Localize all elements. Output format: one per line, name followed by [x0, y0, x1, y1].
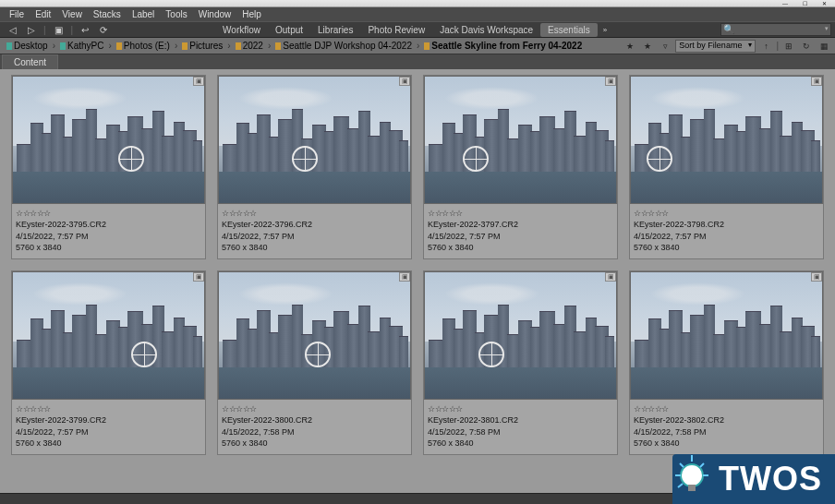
menu-stacks[interactable]: Stacks — [88, 7, 127, 21]
refresh-button[interactable]: ⟳ — [95, 23, 112, 37]
menu-file[interactable]: File — [4, 7, 30, 21]
folder-icon — [182, 42, 188, 50]
search-input[interactable]: 🔍 ▾ — [720, 23, 831, 36]
breadcrumb-separator-icon: › — [268, 41, 271, 51]
thumbnail-image[interactable]: ▣ — [630, 271, 823, 400]
thumbnail-card[interactable]: ▣☆☆☆☆☆KEyster-2022-3797.CR24/15/2022, 7:… — [423, 75, 618, 259]
svg-line-6 — [700, 463, 704, 467]
sort-direction-button[interactable]: ↑ — [758, 40, 773, 53]
thumbnail-filename: KEyster-2022-3801.CR2 — [428, 414, 613, 426]
thumbnail-image[interactable]: ▣ — [12, 76, 205, 204]
nav-forward-button[interactable]: ▷ — [23, 23, 40, 37]
thumbnail-datetime: 4/15/2022, 7:58 PM — [428, 426, 613, 438]
workspace-tab-jack-davis-workspace[interactable]: Jack Davis Workspace — [432, 23, 540, 37]
thumbnail-datetime: 4/15/2022, 7:57 PM — [634, 231, 819, 242]
rating-stars[interactable]: ☆☆☆☆☆ — [222, 208, 407, 219]
thumbnail-metadata: ☆☆☆☆☆KEyster-2022-3796.CR24/15/2022, 7:5… — [218, 204, 411, 258]
sort-by-select[interactable]: Sort by Filename — [675, 40, 756, 53]
thumbnail-grid-panel[interactable]: ▣☆☆☆☆☆KEyster-2022-3795.CR24/15/2022, 7:… — [0, 69, 835, 493]
pc-icon — [60, 42, 66, 50]
menu-view[interactable]: View — [56, 7, 88, 21]
thumbnail-card[interactable]: ▣☆☆☆☆☆KEyster-2022-3798.CR24/15/2022, 7:… — [629, 75, 824, 259]
workspace-tab-essentials[interactable]: Essentials — [540, 23, 598, 37]
thumbnail-image[interactable]: ▣ — [630, 76, 823, 204]
workspace-tab-output[interactable]: Output — [268, 23, 310, 37]
file-badge-icon: ▣ — [811, 272, 822, 282]
window-minimize-button[interactable]: — — [776, 1, 794, 6]
thumbnail-card[interactable]: ▣☆☆☆☆☆KEyster-2022-3795.CR24/15/2022, 7:… — [11, 75, 206, 259]
file-badge-icon: ▣ — [193, 272, 204, 282]
rating-stars[interactable]: ☆☆☆☆☆ — [222, 403, 407, 414]
thumbnail-image[interactable]: ▣ — [218, 271, 411, 400]
menu-window[interactable]: Window — [193, 7, 237, 21]
window-close-button[interactable]: ✕ — [815, 1, 833, 6]
breadcrumb-label: Photos (E:) — [124, 41, 170, 51]
breadcrumb-item[interactable]: Seattle DJP Workshop 04-2022 — [272, 41, 415, 51]
new-folder-button[interactable]: ⊞ — [781, 40, 796, 53]
breadcrumb-item[interactable]: 2022 — [233, 41, 266, 51]
menu-label[interactable]: Label — [127, 7, 160, 21]
thumbnail-dimensions: 5760 x 3840 — [222, 242, 407, 253]
filter-rating-2-button[interactable]: ★ — [640, 40, 655, 53]
thumbnail-dimensions: 5760 x 3840 — [16, 242, 201, 253]
thumbnail-metadata: ☆☆☆☆☆KEyster-2022-3797.CR24/15/2022, 7:5… — [424, 204, 617, 258]
boomerang-button[interactable]: ↩ — [77, 23, 93, 37]
thumbnail-metadata: ☆☆☆☆☆KEyster-2022-3798.CR24/15/2022, 7:5… — [630, 204, 823, 258]
svg-line-7 — [678, 484, 683, 487]
file-badge-icon: ▣ — [399, 77, 410, 86]
thumbnail-image[interactable]: ▣ — [12, 271, 205, 400]
main-toolbar: ◁ ▷ | ▣ | ↩ ⟳ WorkflowOutputLibrariesPho… — [0, 21, 835, 38]
toolbar-separator: | — [43, 25, 46, 35]
thumbnail-metadata: ☆☆☆☆☆KEyster-2022-3800.CR24/15/2022, 7:5… — [218, 400, 411, 454]
thumbnail-card[interactable]: ▣☆☆☆☆☆KEyster-2022-3802.CR24/15/2022, 7:… — [629, 270, 824, 455]
breadcrumb-item[interactable]: Photos (E:) — [114, 41, 173, 51]
desktop-icon — [6, 42, 12, 50]
breadcrumb-item[interactable]: KathyPC — [57, 41, 106, 51]
thumbnail-dimensions: 5760 x 3840 — [428, 438, 613, 449]
watermark-overlay: TWOS — [672, 454, 835, 504]
menu-edit[interactable]: Edit — [30, 7, 56, 21]
watermark-text: TWOS — [719, 460, 822, 498]
thumbnail-card[interactable]: ▣☆☆☆☆☆KEyster-2022-3801.CR24/15/2022, 7:… — [423, 270, 618, 455]
workspace-more-button[interactable]: » — [599, 24, 611, 36]
search-dropdown-icon[interactable]: ▾ — [825, 25, 829, 32]
thumbnail-card[interactable]: ▣☆☆☆☆☆KEyster-2022-3800.CR24/15/2022, 7:… — [217, 270, 412, 455]
thumbnail-image[interactable]: ▣ — [424, 76, 617, 204]
breadcrumb-item[interactable]: Desktop — [4, 41, 51, 51]
filter-dropdown-button[interactable]: ▿ — [658, 40, 672, 53]
rating-stars[interactable]: ☆☆☆☆☆ — [16, 208, 201, 219]
window-maximize-button[interactable]: ☐ — [795, 1, 814, 6]
panel-tab-strip: Content — [0, 54, 835, 69]
thumbnail-dimensions: 5760 x 3840 — [634, 438, 819, 449]
menu-tools[interactable]: Tools — [160, 7, 192, 21]
breadcrumb-item[interactable]: Seattle Skyline from Ferry 04-2022 — [421, 41, 585, 51]
workspace-tab-photo-review[interactable]: Photo Review — [360, 23, 432, 37]
reveal-button[interactable]: ▣ — [50, 23, 67, 37]
rating-stars[interactable]: ☆☆☆☆☆ — [634, 208, 819, 219]
workspace-tab-workflow[interactable]: Workflow — [215, 23, 268, 37]
thumbnail-datetime: 4/15/2022, 7:57 PM — [16, 426, 201, 438]
menu-help[interactable]: Help — [236, 7, 267, 21]
thumbnail-image[interactable]: ▣ — [218, 76, 411, 204]
thumbnail-card[interactable]: ▣☆☆☆☆☆KEyster-2022-3796.CR24/15/2022, 7:… — [217, 75, 412, 259]
thumbnail-datetime: 4/15/2022, 7:57 PM — [428, 231, 613, 242]
path-bar: Desktop›KathyPC›Photos (E:)›Pictures›202… — [0, 38, 835, 54]
thumbnail-card[interactable]: ▣☆☆☆☆☆KEyster-2022-3799.CR24/15/2022, 7:… — [11, 270, 206, 455]
tab-content[interactable]: Content — [2, 54, 58, 69]
thumbnail-grid-button[interactable]: ▦ — [817, 40, 831, 53]
breadcrumb-item[interactable]: Pictures — [179, 41, 225, 51]
breadcrumb-label: Seattle Skyline from Ferry 04-2022 — [431, 41, 582, 51]
thumbnail-filename: KEyster-2022-3799.CR2 — [16, 414, 201, 426]
rating-stars[interactable]: ☆☆☆☆☆ — [428, 403, 613, 414]
filter-rating-button[interactable]: ★ — [623, 40, 637, 53]
open-recent-button[interactable]: ↻ — [799, 40, 814, 53]
rating-stars[interactable]: ☆☆☆☆☆ — [428, 208, 613, 219]
nav-back-button[interactable]: ◁ — [5, 23, 21, 37]
thumbnail-image[interactable]: ▣ — [424, 271, 617, 400]
workspace-tab-libraries[interactable]: Libraries — [310, 23, 360, 37]
svg-line-5 — [680, 463, 684, 467]
folder-icon — [275, 42, 281, 50]
rating-stars[interactable]: ☆☆☆☆☆ — [16, 403, 201, 414]
file-badge-icon: ▣ — [605, 272, 616, 282]
rating-stars[interactable]: ☆☆☆☆☆ — [634, 403, 819, 414]
